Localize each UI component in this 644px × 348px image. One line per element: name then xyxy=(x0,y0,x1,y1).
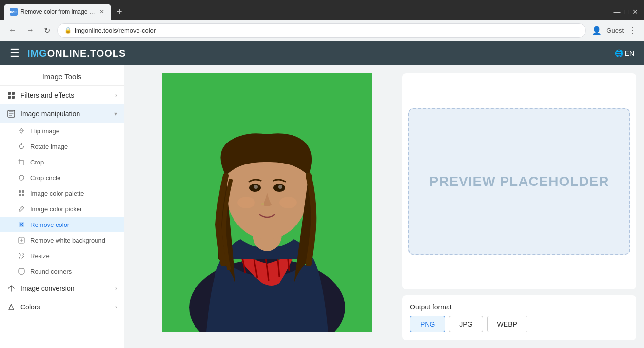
colors-icon xyxy=(7,303,16,311)
sidebar-item-label-conversion: Image conversion xyxy=(20,285,110,292)
round-corners-label: Round corners xyxy=(30,268,72,275)
svg-rect-8 xyxy=(19,194,21,196)
format-webp-button[interactable]: WEBP xyxy=(487,316,527,332)
svg-point-21 xyxy=(278,185,282,189)
sidebar-title: Image Tools xyxy=(0,65,124,86)
resize-label: Resize xyxy=(30,252,50,260)
sidebar-sub-item-remove-color[interactable]: Remove color xyxy=(0,217,124,232)
conversion-arrow-icon: › xyxy=(115,285,117,292)
svg-point-5 xyxy=(19,175,24,180)
sidebar-sub-item-flip-image[interactable]: Flip image xyxy=(0,123,124,139)
crop-icon xyxy=(18,158,25,166)
rotate-image-label: Rotate image xyxy=(30,143,68,150)
crop-circle-label: Crop circle xyxy=(30,174,60,182)
source-image xyxy=(162,73,372,332)
manipulation-arrow-icon: ▾ xyxy=(114,110,117,117)
colors-arrow-icon: › xyxy=(115,304,117,310)
svg-rect-1 xyxy=(12,92,15,95)
header-right: 🌐 EN xyxy=(615,49,634,57)
output-format-label: Output format xyxy=(410,303,628,311)
sidebar-sub-item-resize[interactable]: Resize xyxy=(0,248,124,264)
window-maximize-button[interactable]: □ xyxy=(624,8,628,16)
remove-white-bg-label: Remove white background xyxy=(30,237,105,244)
image-conversion-icon xyxy=(7,284,16,293)
svg-rect-3 xyxy=(12,96,15,99)
color-palette-label: Image color palette xyxy=(30,190,84,197)
svg-rect-9 xyxy=(22,194,24,196)
hamburger-menu[interactable]: ☰ xyxy=(10,47,20,60)
app-logo: IMGONLINE.TOOLS xyxy=(27,48,126,59)
language-selector[interactable]: 🌐 EN xyxy=(615,49,634,57)
language-label: EN xyxy=(625,49,634,57)
guest-label: Guest xyxy=(606,27,624,34)
tab-title: Remove color from image - onli... xyxy=(20,8,96,15)
rotate-icon xyxy=(18,143,25,150)
crop-label: Crop xyxy=(30,159,44,166)
profile-button[interactable]: 👤 xyxy=(590,24,604,37)
svg-rect-12 xyxy=(19,268,24,274)
refresh-button[interactable]: ↻ xyxy=(41,24,53,37)
browser-chrome: IMG Remove color from image - onli... ✕ … xyxy=(0,0,644,41)
sidebar-sub-item-rotate-image[interactable]: Rotate image xyxy=(0,139,124,154)
sidebar-sub-item-remove-white-bg[interactable]: Remove white background xyxy=(0,232,124,248)
filters-effects-icon xyxy=(7,91,16,100)
preview-placeholder-text: PREVIEW PLACEHOLDER xyxy=(429,174,609,189)
svg-point-23 xyxy=(237,197,255,208)
output-format-box: Output format PNG JPG WEBP xyxy=(402,295,636,340)
sidebar-item-label-colors: Colors xyxy=(20,303,110,311)
format-png-button[interactable]: PNG xyxy=(410,316,445,332)
flip-image-label: Flip image xyxy=(30,127,59,135)
main-content: PREVIEW PLACEHOLDER Output format PNG JP… xyxy=(124,65,644,348)
crop-circle-icon xyxy=(18,174,25,182)
round-corners-icon xyxy=(18,267,25,275)
back-button[interactable]: ← xyxy=(6,24,20,37)
color-palette-icon xyxy=(18,189,25,197)
sidebar-sub-item-color-picker[interactable]: Image color picker xyxy=(0,201,124,217)
remove-color-icon xyxy=(18,221,25,228)
logo-online: ONLINE xyxy=(47,48,87,59)
sidebar: Image Tools Filters and effects › Image … xyxy=(0,65,124,348)
lock-icon: 🔒 xyxy=(64,27,72,34)
app-header: ☰ IMGONLINE.TOOLS 🌐 EN xyxy=(0,41,644,65)
preview-placeholder: PREVIEW PLACEHOLDER xyxy=(408,108,630,255)
tab-favicon: IMG xyxy=(10,8,18,16)
remove-color-label: Remove color xyxy=(30,221,69,228)
sidebar-item-filters-effects[interactable]: Filters and effects › xyxy=(0,86,124,104)
resize-icon xyxy=(18,252,25,260)
nav-right: 👤 Guest ⋮ xyxy=(590,24,638,37)
new-tab-button[interactable]: + xyxy=(115,5,124,19)
browser-tab[interactable]: IMG Remove color from image - onli... ✕ xyxy=(4,4,111,20)
sidebar-sub-item-color-palette[interactable]: Image color palette xyxy=(0,185,124,201)
color-picker-label: Image color picker xyxy=(30,205,82,213)
more-options-button[interactable]: ⋮ xyxy=(626,24,638,37)
svg-rect-2 xyxy=(8,96,11,99)
app-body: Image Tools Filters and effects › Image … xyxy=(0,65,644,348)
svg-point-20 xyxy=(254,185,258,189)
globe-icon: 🌐 xyxy=(615,49,623,57)
image-panel xyxy=(132,73,402,340)
remove-white-bg-icon xyxy=(18,236,25,244)
address-bar[interactable]: 🔒 imgonline.tools/remove-color xyxy=(57,23,586,38)
sidebar-sub-item-crop-circle[interactable]: Crop circle xyxy=(0,170,124,185)
nav-bar: ← → ↻ 🔒 imgonline.tools/remove-color 👤 G… xyxy=(0,20,644,41)
format-buttons: PNG JPG WEBP xyxy=(410,316,628,332)
sidebar-item-colors[interactable]: Colors › xyxy=(0,298,124,316)
svg-rect-7 xyxy=(22,190,24,193)
sidebar-item-image-conversion[interactable]: Image conversion › xyxy=(0,279,124,298)
sidebar-item-image-manipulation[interactable]: Image manipulation ▾ xyxy=(0,104,124,123)
image-manipulation-icon xyxy=(7,109,16,118)
sidebar-item-label-filters: Filters and effects xyxy=(20,91,110,99)
window-minimize-button[interactable]: — xyxy=(614,8,621,16)
sidebar-sub-item-round-corners[interactable]: Round corners xyxy=(0,264,124,279)
svg-point-22 xyxy=(261,203,264,205)
preview-box: PREVIEW PLACEHOLDER xyxy=(402,73,636,289)
sidebar-sub-item-crop[interactable]: Crop xyxy=(0,154,124,170)
logo-img: IMG xyxy=(27,48,47,59)
image-wrapper xyxy=(162,73,372,332)
format-jpg-button[interactable]: JPG xyxy=(449,316,483,332)
forward-button[interactable]: → xyxy=(23,24,37,37)
color-picker-icon xyxy=(18,205,25,213)
address-text: imgonline.tools/remove-color xyxy=(75,27,156,34)
tab-close-button[interactable]: ✕ xyxy=(98,7,105,16)
window-close-button[interactable]: ✕ xyxy=(632,8,638,16)
